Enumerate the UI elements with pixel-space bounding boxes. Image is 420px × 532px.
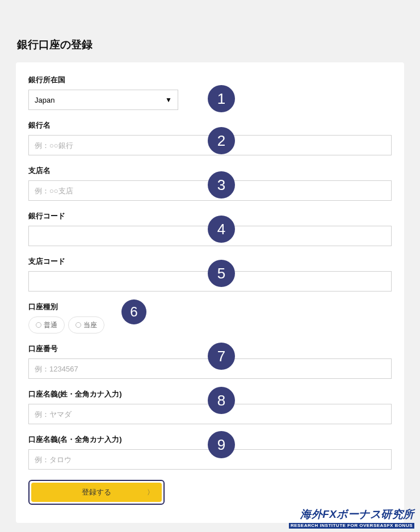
label-holder-first: 口座名義(名・全角カナ入力) <box>28 434 392 445</box>
label-country: 銀行所在国 <box>28 75 392 85</box>
radio-group-account-type: 普通 当座 <box>28 316 392 333</box>
input-holder-last[interactable] <box>28 404 392 424</box>
select-country[interactable]: Japan ▼ <box>28 90 178 110</box>
input-account-number[interactable] <box>28 358 392 379</box>
submit-outline: 登録する 〉 <box>28 480 165 505</box>
footer-brand-main: 海外FXボーナス研究所 <box>289 509 414 520</box>
page-title: 銀行口座の登録 <box>17 37 404 52</box>
radio-futsuu-label: 普通 <box>44 320 57 330</box>
select-country-value: Japan <box>35 96 54 104</box>
label-account-number: 口座番号 <box>28 344 392 354</box>
step-badge-1: 1 <box>208 85 235 112</box>
form-card: 銀行所在国 Japan ▼ 銀行名 支店名 銀行コード 支店コード 口座種別 普… <box>16 62 404 523</box>
dropdown-caret-icon: ▼ <box>165 96 172 104</box>
submit-button[interactable]: 登録する 〉 <box>31 483 162 502</box>
radio-touza[interactable]: 当座 <box>68 316 104 333</box>
radio-touza-label: 当座 <box>83 320 97 330</box>
radio-dot-icon <box>75 322 81 328</box>
label-account-type: 口座種別 <box>28 302 392 312</box>
label-branch-name: 支店名 <box>28 166 392 176</box>
input-branch-name[interactable] <box>28 180 392 201</box>
footer-brand: 海外FXボーナス研究所 RESEARCH INSTITUTE FOR OVERS… <box>289 509 414 529</box>
input-branch-code[interactable] <box>28 271 392 292</box>
chevron-right-icon: 〉 <box>147 488 154 497</box>
input-bank-code[interactable] <box>28 226 392 246</box>
input-bank-name[interactable] <box>28 135 392 155</box>
label-bank-code: 銀行コード <box>28 211 392 221</box>
radio-futsuu[interactable]: 普通 <box>28 316 65 333</box>
input-holder-first[interactable] <box>28 449 392 470</box>
label-bank-name: 銀行名 <box>28 120 392 130</box>
radio-dot-icon <box>36 322 41 328</box>
footer-brand-sub: RESEARCH INSTITUTE FOR OVERSEASFX BONUS <box>289 523 414 529</box>
label-holder-last: 口座名義(姓・全角カナ入力) <box>28 389 392 399</box>
label-branch-code: 支店コード <box>28 256 392 267</box>
submit-label: 登録する <box>82 487 111 497</box>
